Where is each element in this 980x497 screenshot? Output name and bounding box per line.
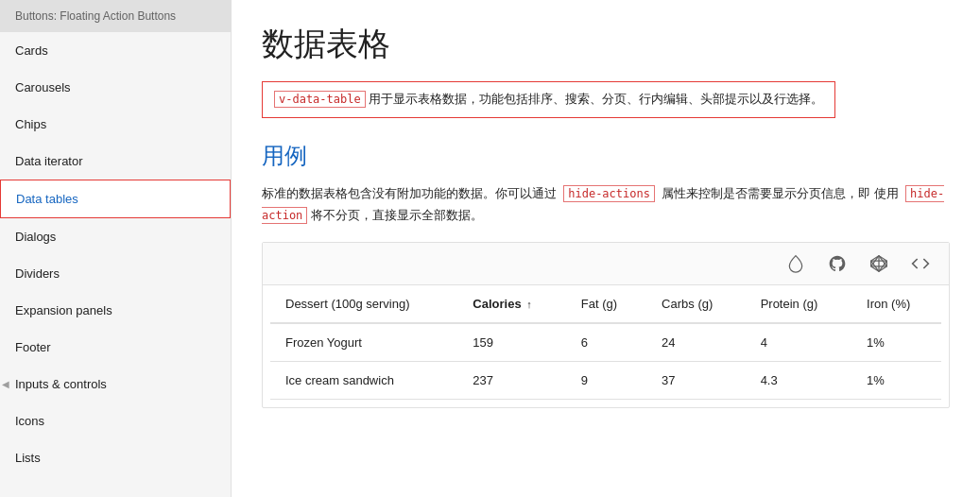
col-fat[interactable]: Fat (g) — [566, 285, 646, 323]
section-desc-after: 将不分页，直接显示全部数据。 — [311, 208, 483, 222]
sidebar-item-data-tables[interactable]: Data tables — [0, 180, 231, 218]
sort-arrow-icon: ↑ — [526, 299, 532, 310]
description-box: v-data-table 用于显示表格数据，功能包括排序、搜索、分页、行内编辑、… — [262, 81, 835, 118]
cell-fat-2: 9 — [566, 361, 646, 399]
sidebar-item-cards[interactable]: Cards — [0, 32, 231, 69]
codepen-icon[interactable] — [866, 250, 892, 277]
sidebar-item-dialogs[interactable]: Dialogs — [0, 218, 231, 255]
table-row: Ice cream sandwich 237 9 37 4.3 1% — [270, 361, 941, 399]
sidebar-header: Buttons: Floating Action Buttons — [0, 0, 231, 32]
github-icon[interactable] — [824, 250, 851, 277]
data-table: Dessert (100g serving) Calories ↑ Fat (g… — [270, 285, 941, 400]
sidebar-item-icons[interactable]: Icons — [0, 403, 231, 439]
col-iron[interactable]: Iron (%) — [851, 285, 941, 323]
code-icon[interactable] — [907, 250, 934, 277]
section-description: 标准的数据表格包含没有附加功能的数据。你可以通过 hide-actions 属性… — [262, 182, 950, 227]
col-calories[interactable]: Calories ↑ — [457, 285, 566, 323]
section-desc-before: 标准的数据表格包含没有附加功能的数据。你可以通过 — [262, 186, 557, 200]
cell-protein-2: 4.3 — [746, 361, 851, 399]
cell-calories-2: 237 — [457, 361, 566, 399]
section-desc-middle: 属性来控制是否需要显示分页信息，即 使用 — [662, 186, 899, 200]
sidebar-item-dividers[interactable]: Dividers — [0, 255, 231, 292]
sidebar: Buttons: Floating Action Buttons Cards C… — [0, 0, 232, 497]
cell-iron-2: 1% — [851, 361, 941, 399]
col-dessert[interactable]: Dessert (100g serving) — [270, 285, 457, 323]
cell-calories-1: 159 — [457, 323, 566, 362]
code-tag-hide-actions: hide-actions — [563, 185, 655, 202]
section-title: 用例 — [262, 141, 950, 171]
sidebar-item-chips[interactable]: Chips — [0, 106, 231, 143]
page-title: 数据表格 — [262, 23, 950, 66]
table-header: Dessert (100g serving) Calories ↑ Fat (g… — [270, 285, 941, 323]
cell-carbs-1: 24 — [646, 323, 746, 362]
sidebar-item-lists[interactable]: Lists — [0, 439, 231, 476]
demo-toolbar — [263, 243, 949, 285]
sidebar-item-carousels[interactable]: Carousels — [0, 69, 231, 106]
table-header-row: Dessert (100g serving) Calories ↑ Fat (g… — [270, 285, 941, 323]
table-row: Frozen Yogurt 159 6 24 4 1% — [270, 323, 941, 362]
col-carbs[interactable]: Carbs (g) — [646, 285, 746, 323]
sidebar-item-data-iterator[interactable]: Data iterator — [0, 143, 231, 180]
demo-panel: Dessert (100g serving) Calories ↑ Fat (g… — [262, 242, 950, 408]
sidebar-item-inputs-controls[interactable]: Inputs & controls — [0, 366, 231, 403]
description-text: 用于显示表格数据，功能包括排序、搜索、分页、行内编辑、头部提示以及行选择。 — [369, 92, 823, 106]
cell-dessert-2: Ice cream sandwich — [270, 361, 457, 399]
cell-fat-1: 6 — [566, 323, 646, 362]
col-protein[interactable]: Protein (g) — [746, 285, 851, 323]
table-container: Dessert (100g serving) Calories ↑ Fat (g… — [263, 285, 949, 407]
sidebar-item-footer[interactable]: Footer — [0, 329, 231, 366]
sidebar-item-expansion-panels[interactable]: Expansion panels — [0, 292, 231, 329]
cell-iron-1: 1% — [851, 323, 941, 362]
code-tag-v-data-table: v-data-table — [274, 91, 366, 108]
table-body: Frozen Yogurt 159 6 24 4 1% Ice cream sa… — [270, 323, 941, 400]
ink-drop-icon[interactable] — [782, 250, 809, 277]
cell-carbs-2: 37 — [646, 361, 746, 399]
cell-protein-1: 4 — [746, 323, 851, 362]
cell-dessert-1: Frozen Yogurt — [270, 323, 457, 362]
main-content: 数据表格 v-data-table 用于显示表格数据，功能包括排序、搜索、分页、… — [232, 0, 980, 497]
